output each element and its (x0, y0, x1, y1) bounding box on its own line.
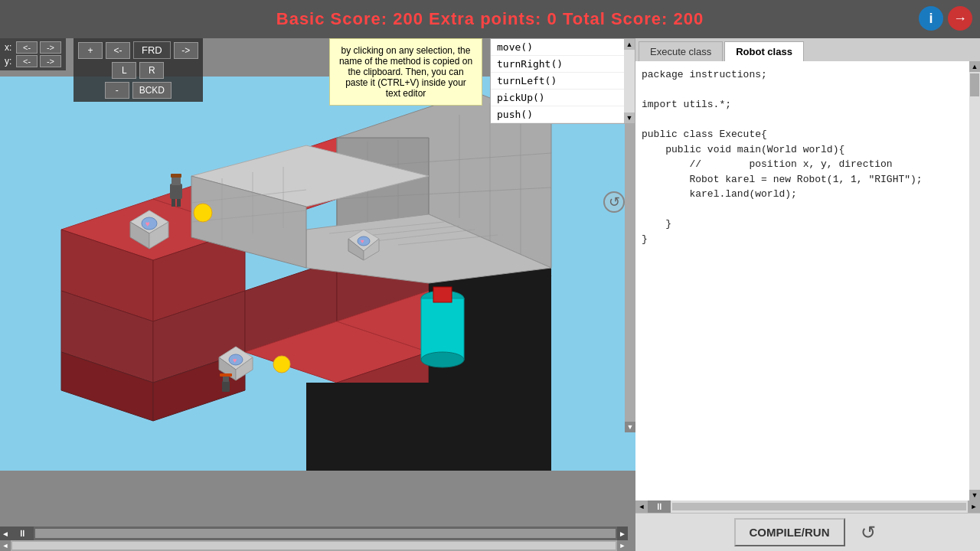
bckd-button[interactable]: BCKD (132, 82, 172, 99)
x-left-button[interactable]: <- (16, 41, 38, 54)
top-icons: i → (919, 6, 972, 31)
main-layout: x: <- -> y: <- -> + <- FRD -> (0, 38, 980, 551)
progress-track (35, 529, 616, 538)
svg-rect-68 (220, 373, 232, 377)
progress-pause-button[interactable]: ⏸ (11, 527, 34, 540)
x-label: x: (5, 42, 14, 53)
svg-rect-63 (421, 298, 464, 360)
method-list-container: move() turnRight() turnLeft() pickUp() p… (490, 38, 635, 124)
code-vscroll-up[interactable]: ▲ (969, 61, 980, 72)
method-scroll-down[interactable]: ▼ (624, 112, 635, 123)
tab-robot-class[interactable]: Robot class (724, 41, 804, 61)
hscroll-right-arrow[interactable]: ► (617, 540, 628, 551)
fwd-arrow-button[interactable]: -> (174, 42, 198, 59)
hscroll-left-arrow[interactable]: ◄ (0, 540, 11, 551)
nav-top-row: + <- FRD -> (78, 41, 198, 59)
reset-button[interactable]: ↺ (854, 519, 882, 546)
svg-point-45 (194, 204, 212, 222)
code-hscroll: ◄ ⏸ ► (635, 500, 980, 513)
code-vscroll: ▲ ▼ (969, 61, 980, 500)
y-right-button[interactable]: -> (40, 55, 61, 67)
bottom-bar: COMPILE/RUN ↺ (635, 513, 980, 551)
svg-text:♥: ♥ (145, 220, 150, 228)
y-control-row: y: <- -> (5, 55, 61, 67)
svg-text:♥: ♥ (233, 357, 237, 364)
nav-mid-row: L R (112, 62, 164, 79)
svg-point-61 (273, 356, 290, 373)
method-move[interactable]: move() (491, 39, 635, 56)
l-button[interactable]: L (112, 62, 136, 79)
info-button[interactable]: i (919, 6, 943, 31)
tab-execute-class[interactable]: Execute class (639, 41, 723, 61)
scene-svg: ♥ ♥ ♥ (0, 77, 635, 471)
code-editor-wrapper: ▲ ▼ (635, 61, 980, 500)
method-push[interactable]: push() (491, 106, 635, 123)
method-scrollbar: ▲ ▼ (624, 39, 635, 123)
code-hscroll-right[interactable]: ► (968, 500, 980, 513)
rotate-indicator[interactable]: ↺ (603, 191, 625, 213)
method-list: move() turnRight() turnLeft() pickUp() p… (491, 39, 635, 123)
r-button[interactable]: R (139, 62, 164, 79)
plus-button[interactable]: + (78, 42, 103, 59)
svg-text:♥: ♥ (361, 238, 364, 245)
top-bar: Basic Score: 200 Extra points: 0 Total S… (0, 0, 980, 38)
svg-rect-44 (177, 199, 181, 207)
nav-bot-row: - BCKD (105, 82, 172, 99)
y-label: y: (5, 56, 14, 67)
vscroll-down-arrow[interactable]: ▼ (625, 422, 635, 432)
tab-bar: Execute class Robot class (635, 38, 980, 61)
score-display: Basic Score: 200 Extra points: 0 Total S… (276, 9, 704, 29)
code-hscroll-left[interactable]: ◄ (635, 500, 648, 513)
method-pickup[interactable]: pickUp() (491, 90, 635, 106)
right-panel: Execute class Robot class ▲ ▼ (635, 38, 980, 551)
method-turnleft[interactable]: turnLeft() (491, 73, 635, 90)
svg-rect-43 (172, 199, 175, 207)
svg-rect-66 (222, 381, 230, 392)
code-editor[interactable] (635, 61, 969, 500)
progress-right-arrow[interactable]: ► (617, 527, 628, 540)
frd-button[interactable]: FRD (133, 41, 171, 59)
back-arrow-button[interactable]: <- (106, 42, 130, 59)
viewport-progress-bar: ◄ ⏸ ► (0, 527, 628, 540)
method-list-wrapper: move() turnRight() turnLeft() pickUp() p… (491, 39, 635, 123)
code-vscroll-down[interactable]: ▼ (969, 490, 980, 500)
progress-left-arrow[interactable]: ◄ (0, 527, 11, 540)
method-scroll-up[interactable]: ▲ (624, 39, 635, 50)
3d-scene[interactable]: ♥ ♥ ♥ (0, 77, 635, 471)
code-pause-button[interactable]: ⏸ (648, 500, 671, 513)
svg-rect-65 (433, 287, 452, 302)
code-hscroll-track (672, 503, 966, 510)
svg-point-64 (421, 352, 464, 367)
editor-area: Execute class Robot class ▲ ▼ (635, 38, 980, 513)
viewport-vscroll: ▲ ▼ (625, 77, 635, 432)
minus-button[interactable]: - (105, 82, 129, 99)
svg-rect-42 (171, 174, 181, 178)
compile-run-button[interactable]: COMPILE/RUN (734, 518, 845, 546)
method-turnright[interactable]: turnRight() (491, 56, 635, 73)
viewport-container: x: <- -> y: <- -> + <- FRD -> (0, 38, 635, 551)
y-left-button[interactable]: <- (16, 55, 38, 67)
viewport-hscroll: ◄ ► (0, 540, 628, 551)
hscroll-track (12, 542, 616, 549)
svg-rect-40 (170, 184, 182, 199)
exit-button[interactable]: → (948, 6, 972, 31)
code-vscroll-track (969, 72, 980, 490)
x-control-row: x: <- -> (5, 41, 61, 54)
x-right-button[interactable]: -> (40, 41, 61, 54)
xy-controls: x: <- -> y: <- -> (0, 38, 66, 70)
nav-controls: + <- FRD -> L R - BCKD (74, 38, 203, 102)
code-vscroll-thumb[interactable] (970, 73, 979, 96)
